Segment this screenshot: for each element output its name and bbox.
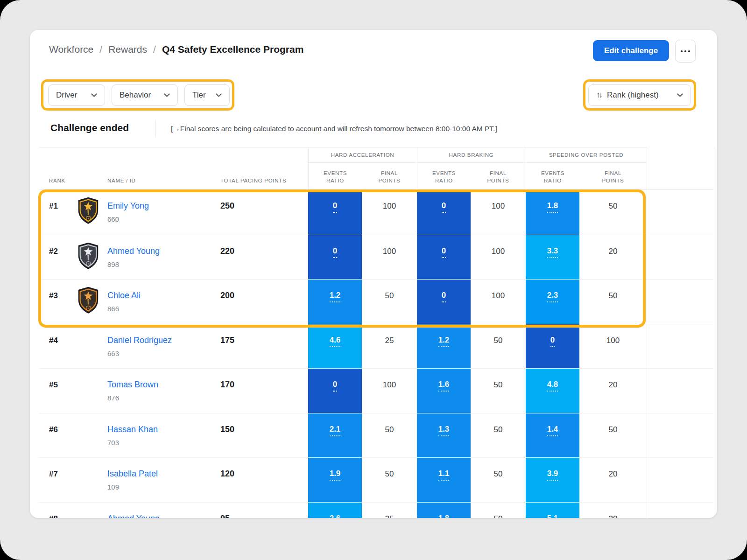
final-points-value: 100: [362, 369, 417, 413]
events-ratio-value[interactable]: 2.6: [330, 514, 341, 518]
spacer-cell: [647, 503, 714, 518]
events-ratio-value[interactable]: 1.2: [330, 291, 341, 302]
column-header-events-ratio: EVENTS RATIO: [317, 169, 354, 185]
events-ratio-value[interactable]: 1.9: [330, 469, 341, 481]
driver-name-link[interactable]: Hassan Khan: [107, 425, 215, 434]
driver-filter-dropdown[interactable]: Driver: [48, 84, 105, 106]
events-ratio-value[interactable]: 1.8: [438, 514, 450, 518]
table-row-rank-6: #6 Hassan Khan 703 150 2.1 50 1.3 50 1.4…: [39, 413, 714, 458]
final-points-value: 50: [579, 280, 647, 324]
page-title: Q4 Safety Excellence Program: [162, 44, 304, 55]
driver-name-link[interactable]: Isabella Patel: [107, 469, 215, 479]
sort-arrows-icon: ↑↓: [596, 91, 601, 100]
challenge-status-title: Challenge ended: [50, 122, 129, 133]
behavior-filter-label: Behavior: [120, 91, 151, 100]
rank-value: #6: [39, 413, 72, 458]
breadcrumb-workforce[interactable]: Workforce: [49, 44, 93, 55]
events-ratio-value[interactable]: 0: [333, 246, 337, 258]
final-points-value: 50: [362, 413, 417, 458]
spacer-cell: [647, 369, 714, 413]
driver-id: 898: [107, 260, 215, 268]
rank-value: #1: [39, 190, 72, 235]
events-ratio-value[interactable]: 0: [442, 201, 446, 213]
tier-filter-dropdown[interactable]: Tier: [184, 84, 230, 106]
leaderboard-table: HARD ACCELERATION HARD BRAKING SPEEDING …: [39, 147, 714, 518]
events-ratio-cell: 1.8: [526, 190, 579, 235]
breadcrumb-rewards[interactable]: Rewards: [108, 44, 147, 55]
driver-cell: Tomas Brown 876: [98, 369, 215, 413]
sort-dropdown[interactable]: ↑↓ Rank (highest): [588, 84, 691, 106]
events-ratio-value[interactable]: 1.8: [547, 201, 558, 213]
driver-name-link[interactable]: Daniel Rodriguez: [107, 336, 215, 345]
column-header-total-pacing-points: TOTAL PACING POINTS: [220, 177, 286, 185]
driver-cell: Emily Yong 660: [98, 190, 215, 235]
driver-name-link[interactable]: Ahmed Young: [107, 246, 215, 256]
events-ratio-value[interactable]: 4.8: [547, 380, 558, 392]
final-points-value: 50: [471, 458, 526, 502]
final-points-value: 100: [471, 190, 526, 235]
status-divider: [155, 120, 155, 138]
driver-name-link[interactable]: Tomas Brown: [107, 380, 215, 390]
sort-label: Rank (highest): [607, 91, 670, 100]
final-points-value: 100: [471, 280, 526, 324]
table-row-rank-5: #5 Tomas Brown 876 170 0 100 1.6 50 4.8 …: [39, 368, 714, 413]
final-points-value: 50: [362, 458, 417, 502]
table-row-rank-2: #2 Ahmed Young 898 220 0 100 0 100 3.3: [39, 235, 714, 280]
driver-name-link[interactable]: Emily Yong: [107, 201, 215, 211]
rank-value: #7: [39, 458, 72, 502]
ellipsis-icon: [681, 50, 683, 52]
events-ratio-cell: 1.4: [526, 413, 579, 458]
spacer-cell: [647, 458, 714, 502]
total-pacing-points-value: 220: [215, 235, 308, 280]
desktop-background: Workforce / Rewards / Q4 Safety Excellen…: [0, 0, 747, 560]
group-header-hard-acceleration: HARD ACCELERATION: [308, 147, 417, 162]
badge-cell: [72, 503, 98, 518]
driver-name-link[interactable]: Chloe Ali: [107, 291, 215, 301]
events-ratio-cell: 2.3: [526, 280, 579, 324]
events-ratio-value[interactable]: 1.6: [438, 380, 450, 392]
events-ratio-value[interactable]: 3.9: [547, 469, 558, 481]
events-ratio-value[interactable]: 0: [442, 291, 446, 302]
events-ratio-value[interactable]: 2.3: [547, 291, 558, 302]
driver-cell: Ahmed Young: [98, 503, 215, 518]
final-points-value: 100: [471, 235, 526, 280]
breadcrumb: Workforce / Rewards / Q4 Safety Excellen…: [49, 44, 303, 55]
column-divider: [647, 147, 647, 190]
final-points-value: 20: [579, 235, 647, 280]
events-ratio-value[interactable]: 1.2: [438, 336, 450, 347]
rank-value: #3: [39, 280, 72, 324]
final-points-value: 50: [579, 413, 647, 458]
table-row-rank-1: #1 Emily Yong 660 250 0 100 0 100 1.8: [39, 190, 714, 235]
chevron-down-icon: [91, 93, 97, 97]
table-row-rank-3: #3 Chloe Ali 866 200 1.2 50 0 100 2.3: [39, 279, 714, 324]
spacer-cell: [647, 280, 714, 324]
driver-id: 109: [107, 483, 215, 491]
gold-rank-badge-icon: [78, 197, 99, 224]
events-ratio-value[interactable]: 2.1: [330, 425, 341, 436]
events-ratio-value[interactable]: 0: [442, 246, 446, 258]
column-header-name-id: NAME / ID: [107, 177, 136, 185]
table-header: HARD ACCELERATION HARD BRAKING SPEEDING …: [39, 147, 714, 190]
events-ratio-value[interactable]: 1.1: [438, 469, 450, 481]
driver-id: 703: [107, 439, 215, 447]
events-ratio-cell: 0: [417, 190, 471, 235]
badge-cell: [72, 413, 98, 458]
events-ratio-value[interactable]: 0: [333, 380, 337, 392]
events-ratio-value[interactable]: 1.4: [547, 425, 558, 436]
events-ratio-cell: 4.6: [308, 324, 362, 369]
final-points-value: 100: [579, 324, 647, 369]
behavior-filter-dropdown[interactable]: Behavior: [112, 84, 178, 106]
events-ratio-value[interactable]: 0: [333, 201, 337, 213]
driver-name-link[interactable]: Ahmed Young: [107, 514, 215, 518]
events-ratio-value[interactable]: 0: [550, 336, 555, 347]
final-points-value: 50: [471, 369, 526, 413]
driver-filter-label: Driver: [56, 91, 77, 100]
events-ratio-value[interactable]: 1.3: [438, 425, 450, 436]
events-ratio-value[interactable]: 3.3: [547, 246, 558, 258]
events-ratio-cell: 1.6: [417, 369, 471, 413]
more-options-button[interactable]: [675, 40, 696, 63]
events-ratio-value[interactable]: 4.6: [330, 336, 341, 347]
events-ratio-value[interactable]: 5.1: [547, 514, 558, 518]
total-pacing-points-value: 150: [215, 413, 308, 458]
edit-challenge-button[interactable]: Edit challenge: [593, 40, 669, 61]
